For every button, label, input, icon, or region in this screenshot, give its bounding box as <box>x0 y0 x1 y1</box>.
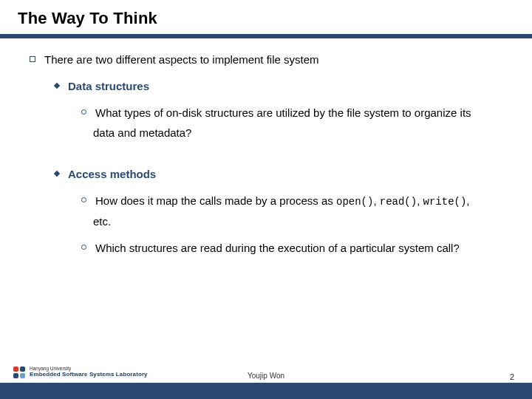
aspect1-detail: What types of on-disk structures are uti… <box>95 105 471 121</box>
text-sep: , <box>466 194 469 207</box>
code-write: write() <box>423 196 467 208</box>
bullet-level3: What types of on-disk structures are uti… <box>30 105 502 121</box>
slide: The Way To Think There are two different… <box>0 0 532 399</box>
circle-bullet-icon <box>81 197 86 202</box>
page-number: 2 <box>510 372 514 381</box>
bullet-level1: There are two different aspects to imple… <box>30 52 502 68</box>
aspect2-detail2: Which structures are read during the exe… <box>95 240 460 256</box>
bullet-level3: Which structures are read during the exe… <box>30 240 502 256</box>
circle-bullet-icon <box>81 245 86 250</box>
footer-author: Youjip Won <box>0 372 532 380</box>
aspect2-heading: Access methods <box>68 166 156 183</box>
diamond-bullet-icon <box>54 83 60 89</box>
bullet-level2: Access methods <box>30 166 502 183</box>
code-open: open() <box>336 196 373 208</box>
aspect2-detail1-cont: etc. <box>93 214 111 230</box>
bullet-level3: How does it map the calls made by a proc… <box>30 193 502 209</box>
code-read: read() <box>380 196 417 208</box>
title-block: The Way To Think <box>0 0 532 34</box>
slide-title: The Way To Think <box>18 9 514 28</box>
bullet-level3-cont: data and metadata? <box>30 125 502 141</box>
text-frag: How does it map the calls made by a proc… <box>95 194 336 207</box>
text-sep: , <box>373 194 379 207</box>
aspect2-detail1: How does it map the calls made by a proc… <box>95 193 470 209</box>
text-sep: , <box>417 194 423 207</box>
footer-band <box>0 383 532 399</box>
diamond-bullet-icon <box>54 171 60 177</box>
main-point-text: There are two different aspects to imple… <box>44 52 319 68</box>
content-area: There are two different aspects to imple… <box>0 38 532 399</box>
aspect1-detail-cont: data and metadata? <box>93 125 191 141</box>
aspect1-heading: Data structures <box>68 78 149 95</box>
circle-bullet-icon <box>81 109 86 115</box>
square-bullet-icon <box>30 56 35 62</box>
bullet-level3-cont: etc. <box>30 214 502 230</box>
bullet-level2: Data structures <box>30 78 502 95</box>
